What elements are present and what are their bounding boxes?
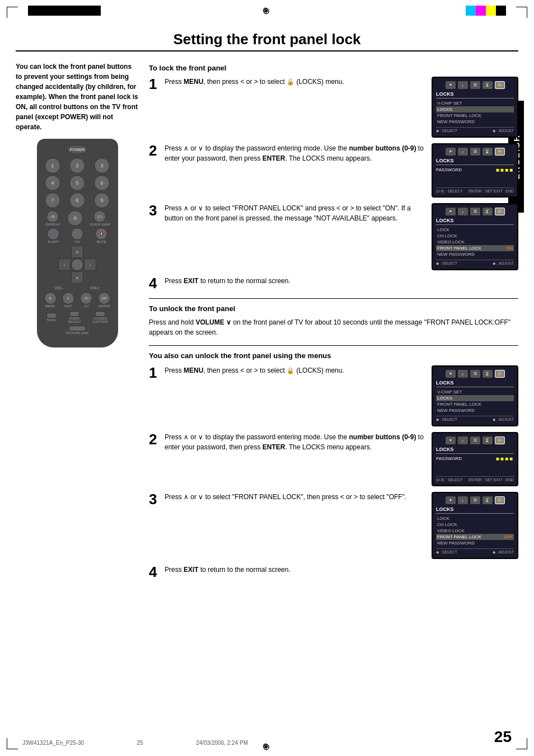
remote-image: POWER 1 2 3 4 5 6 7 8 9 xyxy=(16,139,139,348)
unlock-title: To unlock the front panel xyxy=(149,304,518,313)
page-number: 25 xyxy=(494,728,512,746)
tv-screen-5: ✦ ♪ ☰ ⌛ 🔒 LOCKS PASSWORD ■■■■ (0-9) : SE… xyxy=(432,432,518,486)
step3-content: Press ∧ or ∨ to select "FRONT PANEL LOCK… xyxy=(165,203,427,223)
unlock-step3-num: 3 xyxy=(149,492,161,506)
tv-screen-3: ✦ ♪ ☰ ⌛ 🔒 LOCKS LOCK CH LOCK VIDEO LOCK … xyxy=(432,203,518,270)
step4-lock: 4 Press EXIT to return to the normal scr… xyxy=(149,276,518,290)
black-bar-decoration xyxy=(28,6,101,16)
section3-title: You also can unlock the front panel usin… xyxy=(149,351,518,360)
step2-content: Press ∧ or ∨ to display the password ent… xyxy=(165,143,427,163)
unlock-step1-content: Press MENU, then press < or > to select … xyxy=(165,365,427,375)
tv-screen-2: ✦ ♪ ☰ ⌛ 🔒 LOCKS PASSWORD ■■■■ (0-9) : SE… xyxy=(432,143,518,198)
step1-num: 1 xyxy=(149,77,161,91)
unlock-step2-content: Press ∧ or ∨ to display the password ent… xyxy=(165,432,427,452)
step1-content: Press MENU, then press < or > to select … xyxy=(165,77,427,87)
page-title: Setting the front panel lock xyxy=(16,31,518,51)
unlock-step2-num: 2 xyxy=(149,432,161,447)
unlock-step3-content: Press ∧ or ∨ to select "FRONT PANEL LOCK… xyxy=(165,492,427,502)
tv-screen-6: ✦ ♪ ☰ ⌛ 🔒 LOCKS LOCK CH LOCK VIDEO LOCK … xyxy=(432,492,518,559)
step3-num: 3 xyxy=(149,203,161,218)
step2-num: 2 xyxy=(149,143,161,158)
unlock-step1-num: 1 xyxy=(149,365,161,380)
intro-text: You can lock the front panel buttons to … xyxy=(16,62,139,132)
tv-screen-1: ✦ ♪ ☰ ⌛ 🔒 LOCKS V-CHIP SET LOCKS FRONT P… xyxy=(432,77,518,138)
power-label: POWER xyxy=(70,148,85,152)
section1-title: To lock the front panel xyxy=(149,64,518,72)
footer-left: J3W41321A_En_P25-30 25 24/03/2006, 2:24 … xyxy=(22,740,248,746)
unlock-step4: 4 Press EXIT to return to the normal scr… xyxy=(149,565,518,579)
tv-screen-4: ✦ ♪ ☰ ⌛ 🔒 LOCKS V-CHIP SET LOCKS FRONT P… xyxy=(432,365,518,426)
unlock-text: Press and hold VOLUME ∨ on the front pan… xyxy=(149,317,518,337)
color-bar-decoration xyxy=(466,6,506,16)
